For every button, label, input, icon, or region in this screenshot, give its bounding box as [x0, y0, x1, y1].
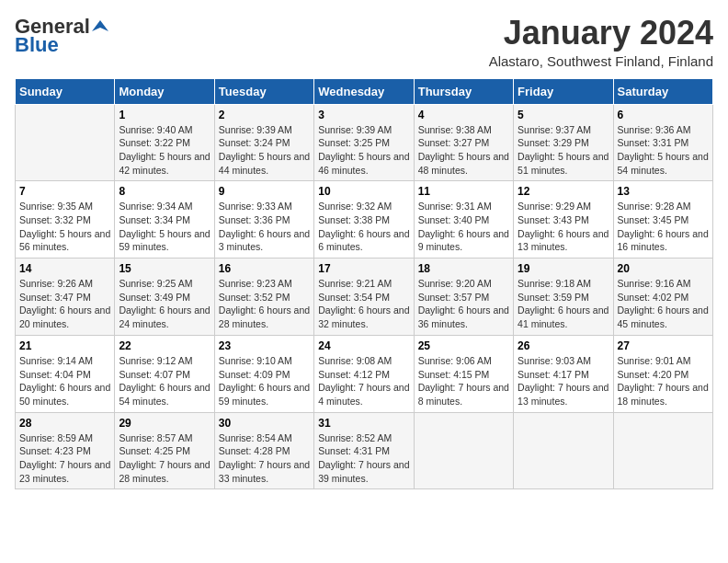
header-tuesday: Tuesday — [214, 78, 313, 104]
calendar-week-4: 21Sunrise: 9:14 AMSunset: 4:04 PMDayligh… — [16, 335, 713, 412]
day-info: Sunrise: 9:31 AMSunset: 3:40 PMDaylight:… — [418, 200, 509, 254]
calendar-cell: 7Sunrise: 9:35 AMSunset: 3:32 PMDaylight… — [16, 181, 115, 259]
calendar-cell: 13Sunrise: 9:28 AMSunset: 3:45 PMDayligh… — [613, 181, 712, 259]
day-number: 29 — [119, 417, 210, 430]
day-info: Sunrise: 9:34 AMSunset: 3:34 PMDaylight:… — [119, 200, 210, 254]
calendar-cell: 19Sunrise: 9:18 AMSunset: 3:59 PMDayligh… — [514, 259, 613, 336]
day-number: 5 — [518, 109, 609, 121]
calendar-cell: 14Sunrise: 9:26 AMSunset: 3:47 PMDayligh… — [16, 259, 115, 336]
calendar-cell: 18Sunrise: 9:20 AMSunset: 3:57 PMDayligh… — [414, 259, 513, 336]
header-thursday: Thursday — [414, 78, 513, 104]
calendar-cell: 21Sunrise: 9:14 AMSunset: 4:04 PMDayligh… — [16, 335, 115, 412]
day-number: 11 — [418, 185, 509, 198]
calendar-cell: 30Sunrise: 8:54 AMSunset: 4:28 PMDayligh… — [214, 412, 313, 489]
day-number: 20 — [618, 262, 709, 275]
location-subtitle: Alastaro, Southwest Finland, Finland — [489, 53, 713, 69]
day-number: 8 — [119, 185, 210, 198]
day-number: 30 — [219, 417, 310, 430]
logo-blue-text: Blue — [15, 33, 59, 57]
day-number: 26 — [518, 339, 609, 352]
day-info: Sunrise: 9:39 AMSunset: 3:25 PMDaylight:… — [318, 123, 409, 178]
day-info: Sunrise: 9:10 AMSunset: 4:09 PMDaylight:… — [219, 354, 310, 408]
day-number: 4 — [418, 109, 509, 121]
day-info: Sunrise: 9:18 AMSunset: 3:59 PMDaylight:… — [518, 277, 609, 331]
day-number: 13 — [618, 185, 709, 198]
day-info: Sunrise: 9:37 AMSunset: 3:29 PMDaylight:… — [518, 123, 609, 178]
header-sunday: Sunday — [16, 78, 115, 104]
day-number: 25 — [418, 339, 509, 352]
calendar-cell — [414, 412, 513, 489]
day-info: Sunrise: 9:20 AMSunset: 3:57 PMDaylight:… — [418, 277, 509, 331]
calendar-cell: 2Sunrise: 9:39 AMSunset: 3:24 PMDaylight… — [214, 104, 313, 181]
day-number: 23 — [219, 339, 310, 352]
day-number: 6 — [618, 109, 709, 121]
day-number: 19 — [518, 262, 609, 275]
day-number: 17 — [318, 262, 409, 275]
calendar-table: SundayMondayTuesdayWednesdayThursdayFrid… — [15, 78, 713, 490]
day-number: 16 — [219, 262, 310, 275]
svg-marker-0 — [92, 20, 108, 31]
day-info: Sunrise: 9:33 AMSunset: 3:36 PMDaylight:… — [219, 200, 310, 254]
day-info: Sunrise: 9:06 AMSunset: 4:15 PMDaylight:… — [418, 354, 509, 408]
day-info: Sunrise: 9:23 AMSunset: 3:52 PMDaylight:… — [219, 277, 310, 331]
calendar-cell: 9Sunrise: 9:33 AMSunset: 3:36 PMDaylight… — [214, 181, 313, 259]
logo: General Blue — [15, 15, 108, 57]
header-saturday: Saturday — [613, 78, 712, 104]
calendar-cell: 16Sunrise: 9:23 AMSunset: 3:52 PMDayligh… — [214, 259, 313, 336]
logo-bird-icon — [92, 18, 108, 35]
calendar-cell — [514, 412, 613, 489]
calendar-cell: 15Sunrise: 9:25 AMSunset: 3:49 PMDayligh… — [115, 259, 214, 336]
calendar-cell: 10Sunrise: 9:32 AMSunset: 3:38 PMDayligh… — [314, 181, 414, 259]
day-info: Sunrise: 9:35 AMSunset: 3:32 PMDaylight:… — [19, 200, 110, 254]
calendar-cell: 28Sunrise: 8:59 AMSunset: 4:23 PMDayligh… — [16, 412, 115, 489]
day-info: Sunrise: 9:28 AMSunset: 3:45 PMDaylight:… — [618, 200, 709, 254]
day-number: 31 — [318, 417, 409, 430]
day-info: Sunrise: 9:36 AMSunset: 3:31 PMDaylight:… — [618, 123, 709, 178]
day-info: Sunrise: 9:03 AMSunset: 4:17 PMDaylight:… — [518, 354, 609, 408]
page-header: General Blue January 2024 Alastaro, Sout… — [15, 15, 713, 69]
calendar-cell: 31Sunrise: 8:52 AMSunset: 4:31 PMDayligh… — [314, 412, 414, 489]
header-friday: Friday — [514, 78, 613, 104]
calendar-cell: 3Sunrise: 9:39 AMSunset: 3:25 PMDaylight… — [314, 104, 414, 181]
day-info: Sunrise: 9:21 AMSunset: 3:54 PMDaylight:… — [318, 277, 409, 331]
calendar-week-5: 28Sunrise: 8:59 AMSunset: 4:23 PMDayligh… — [16, 412, 713, 489]
day-number: 28 — [19, 417, 110, 430]
calendar-week-2: 7Sunrise: 9:35 AMSunset: 3:32 PMDaylight… — [16, 181, 713, 259]
day-info: Sunrise: 8:52 AMSunset: 4:31 PMDaylight:… — [318, 431, 409, 486]
calendar-cell: 27Sunrise: 9:01 AMSunset: 4:20 PMDayligh… — [613, 335, 712, 412]
day-number: 24 — [318, 339, 409, 352]
calendar-cell: 25Sunrise: 9:06 AMSunset: 4:15 PMDayligh… — [414, 335, 513, 412]
calendar-cell: 22Sunrise: 9:12 AMSunset: 4:07 PMDayligh… — [115, 335, 214, 412]
calendar-cell: 6Sunrise: 9:36 AMSunset: 3:31 PMDaylight… — [613, 104, 712, 181]
calendar-cell: 23Sunrise: 9:10 AMSunset: 4:09 PMDayligh… — [214, 335, 313, 412]
calendar-week-1: 1Sunrise: 9:40 AMSunset: 3:22 PMDaylight… — [16, 104, 713, 181]
calendar-cell: 1Sunrise: 9:40 AMSunset: 3:22 PMDaylight… — [115, 104, 214, 181]
day-info: Sunrise: 9:01 AMSunset: 4:20 PMDaylight:… — [618, 354, 709, 408]
day-info: Sunrise: 9:08 AMSunset: 4:12 PMDaylight:… — [318, 354, 409, 408]
day-number: 14 — [19, 262, 110, 275]
day-info: Sunrise: 9:25 AMSunset: 3:49 PMDaylight:… — [119, 277, 210, 331]
day-info: Sunrise: 8:57 AMSunset: 4:25 PMDaylight:… — [119, 431, 210, 486]
title-block: January 2024 Alastaro, Southwest Finland… — [489, 15, 713, 69]
calendar-cell: 12Sunrise: 9:29 AMSunset: 3:43 PMDayligh… — [514, 181, 613, 259]
day-info: Sunrise: 9:26 AMSunset: 3:47 PMDaylight:… — [19, 277, 110, 331]
day-number: 18 — [418, 262, 509, 275]
day-number: 27 — [618, 339, 709, 352]
calendar-cell — [613, 412, 712, 489]
day-info: Sunrise: 9:12 AMSunset: 4:07 PMDaylight:… — [119, 354, 210, 408]
day-info: Sunrise: 9:16 AMSunset: 4:02 PMDaylight:… — [618, 277, 709, 331]
day-info: Sunrise: 8:54 AMSunset: 4:28 PMDaylight:… — [219, 431, 310, 486]
calendar-cell: 20Sunrise: 9:16 AMSunset: 4:02 PMDayligh… — [613, 259, 712, 336]
calendar-cell — [16, 104, 115, 181]
calendar-cell: 11Sunrise: 9:31 AMSunset: 3:40 PMDayligh… — [414, 181, 513, 259]
day-number: 9 — [219, 185, 310, 198]
day-info: Sunrise: 9:29 AMSunset: 3:43 PMDaylight:… — [518, 200, 609, 254]
day-info: Sunrise: 9:14 AMSunset: 4:04 PMDaylight:… — [19, 354, 110, 408]
calendar-cell: 29Sunrise: 8:57 AMSunset: 4:25 PMDayligh… — [115, 412, 214, 489]
day-number: 1 — [119, 109, 210, 121]
day-number: 15 — [119, 262, 210, 275]
day-number: 10 — [318, 185, 409, 198]
month-year-title: January 2024 — [489, 15, 713, 52]
calendar-cell: 8Sunrise: 9:34 AMSunset: 3:34 PMDaylight… — [115, 181, 214, 259]
day-number: 7 — [19, 185, 110, 198]
